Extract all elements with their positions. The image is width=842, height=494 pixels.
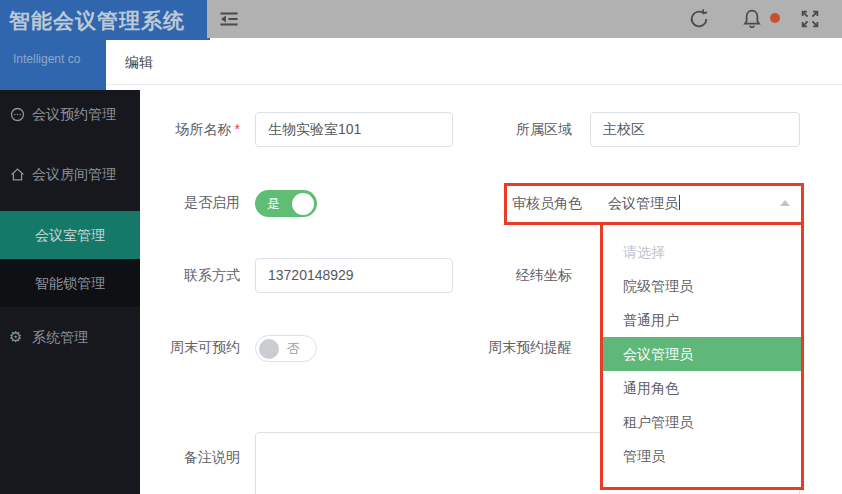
sidebar-item-label: 智能锁管理 <box>35 259 105 307</box>
weekend-toggle-text: 否 <box>287 336 300 361</box>
region-input[interactable]: 主校区 <box>590 112 800 147</box>
region-label: 所属区域 <box>492 112 572 147</box>
reviewer-role-label: 审核员角色 <box>502 185 582 221</box>
topbar <box>207 0 842 38</box>
dropdown-option-selected[interactable]: 会议管理员 <box>603 337 801 371</box>
required-asterisk: * <box>235 121 240 137</box>
reservation-icon <box>10 107 25 122</box>
dropdown-option[interactable]: 请选择 <box>603 235 801 269</box>
remarks-label: 备注说明 <box>156 440 240 475</box>
sidebar-item-system-mgmt[interactable]: ⚙ 系统管理 <box>0 313 140 361</box>
text-caret <box>679 195 680 210</box>
venue-name-input[interactable]: 生物实验室101 <box>255 112 453 147</box>
sidebar-item-label: 系统管理 <box>32 313 88 361</box>
contact-input[interactable]: 13720148929 <box>255 258 453 293</box>
contact-label: 联系方式 <box>156 258 240 293</box>
coordinates-label: 经纬坐标 <box>492 258 572 293</box>
weekend-toggle-knob <box>259 339 279 359</box>
dropdown-option[interactable]: 管理员 <box>603 439 801 473</box>
reviewer-role-select[interactable]: 会议管理员 <box>608 185 680 221</box>
notification-bell-icon[interactable] <box>741 8 763 30</box>
sidebar-item-meeting-reservation[interactable]: 会议预约管理 <box>0 90 140 138</box>
reviewer-role-dropdown: 请选择 院级管理员 普通用户 会议管理员 通用角色 租户管理员 管理员 <box>600 222 804 490</box>
dropdown-option[interactable]: 通用角色 <box>603 371 801 405</box>
weekend-bookable-toggle[interactable]: 否 <box>255 335 317 362</box>
sidebar-item-label: 会议室管理 <box>35 211 105 259</box>
enabled-toggle-text: 是 <box>267 190 280 217</box>
enabled-label: 是否启用 <box>156 185 240 220</box>
fullscreen-icon[interactable] <box>799 8 821 30</box>
enabled-toggle-knob <box>292 193 314 215</box>
sidebar-item-smart-lock[interactable]: 智能锁管理 <box>0 259 140 307</box>
sidebar-item-meeting-room-mgmt-selected[interactable]: 会议室管理 <box>0 211 140 259</box>
dropdown-option[interactable]: 租户管理员 <box>603 405 801 439</box>
sidebar-item-label: 会议房间管理 <box>32 150 116 198</box>
app-subtitle: Intelligent co <box>13 52 80 66</box>
chevron-up-icon[interactable] <box>780 200 790 206</box>
dialog-title: 编辑 <box>125 54 153 72</box>
venue-name-label: 场所名称* <box>156 112 240 147</box>
weekend-reminder-label: 周末预约提醒 <box>472 330 572 365</box>
dropdown-option[interactable]: 普通用户 <box>603 303 801 337</box>
dropdown-option[interactable]: 院级管理员 <box>603 269 801 303</box>
dialog-divider <box>106 84 842 85</box>
collapse-menu-icon[interactable] <box>218 8 240 30</box>
notification-dot <box>770 13 780 23</box>
refresh-icon[interactable] <box>688 8 710 30</box>
weekend-bookable-label: 周末可预约 <box>142 330 240 365</box>
app-title: 智能会议管理系统 <box>9 7 205 35</box>
sidebar-item-label: 会议预约管理 <box>32 90 116 138</box>
home-icon <box>10 167 25 182</box>
edit-dialog: 编辑 场所名称* 生物实验室101 所属区域 主校区 是否启用 是 审核员角色 … <box>106 40 842 494</box>
gear-icon: ⚙ <box>9 313 22 361</box>
enabled-toggle[interactable]: 是 <box>255 190 317 217</box>
sidebar: 会议预约管理 会议房间管理 会议室管理 智能锁管理 ⚙ 系统管理 <box>0 90 140 494</box>
sidebar-item-meeting-rooms[interactable]: 会议房间管理 <box>0 150 140 198</box>
